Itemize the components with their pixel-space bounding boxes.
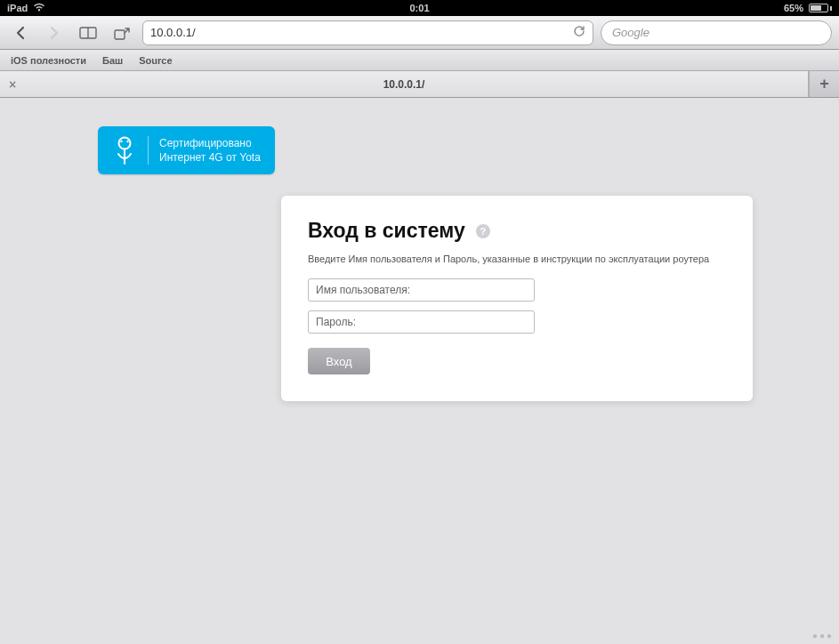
tab-bar: × 10.0.0.1/ + <box>0 71 839 98</box>
bookmarks-bar: iOS полезности Баш Source <box>0 50 839 71</box>
password-field[interactable] <box>308 310 535 334</box>
login-title: Вход в систему <box>308 219 465 243</box>
battery-icon <box>809 4 832 12</box>
url-bar[interactable]: 10.0.0.1/ <box>142 20 593 45</box>
share-button[interactable] <box>109 20 135 45</box>
status-bar: iPad 0:01 65% <box>0 0 839 16</box>
browser-tab[interactable]: × 10.0.0.1/ <box>0 71 809 97</box>
wifi-icon <box>33 3 45 13</box>
username-field[interactable] <box>308 278 535 302</box>
url-text: 10.0.0.1/ <box>150 26 573 39</box>
forward-button[interactable] <box>41 20 68 45</box>
bookmark-item[interactable]: iOS полезности <box>11 55 86 66</box>
login-button[interactable]: Вход <box>308 348 370 374</box>
clock: 0:01 <box>409 3 429 13</box>
bookmark-item[interactable]: Баш <box>102 55 123 66</box>
search-placeholder: Google <box>612 26 649 39</box>
svg-point-5 <box>126 141 128 142</box>
login-hint: Введите Имя пользователя и Пароль, указа… <box>308 254 726 264</box>
yota-logo-icon <box>112 135 137 165</box>
svg-rect-2 <box>115 30 125 39</box>
svg-point-3 <box>119 138 131 149</box>
back-button[interactable] <box>7 20 34 45</box>
device-label: iPad <box>7 3 28 13</box>
resize-handle-icon: ●●● <box>812 631 834 640</box>
svg-point-4 <box>120 141 122 142</box>
yota-badge: Сертифицировано Интернет 4G от Yota <box>98 126 275 174</box>
tab-title: 10.0.0.1/ <box>383 78 425 91</box>
new-tab-button[interactable]: + <box>809 71 839 97</box>
bookmark-item[interactable]: Source <box>139 55 172 66</box>
close-icon[interactable]: × <box>9 78 16 91</box>
battery-pct: 65% <box>784 3 803 13</box>
yota-line1: Сертифицировано <box>159 136 261 150</box>
browser-toolbar: 10.0.0.1/ Google <box>0 16 839 50</box>
reload-icon[interactable] <box>573 25 585 40</box>
bookmarks-button[interactable] <box>75 20 101 45</box>
search-bar[interactable]: Google <box>601 20 832 45</box>
help-icon[interactable]: ? <box>476 224 490 238</box>
page-content: Сертифицировано Интернет 4G от Yota Вход… <box>0 98 839 644</box>
yota-line2: Интернет 4G от Yota <box>159 150 261 165</box>
login-card: Вход в систему ? Введите Имя пользовател… <box>281 196 753 401</box>
